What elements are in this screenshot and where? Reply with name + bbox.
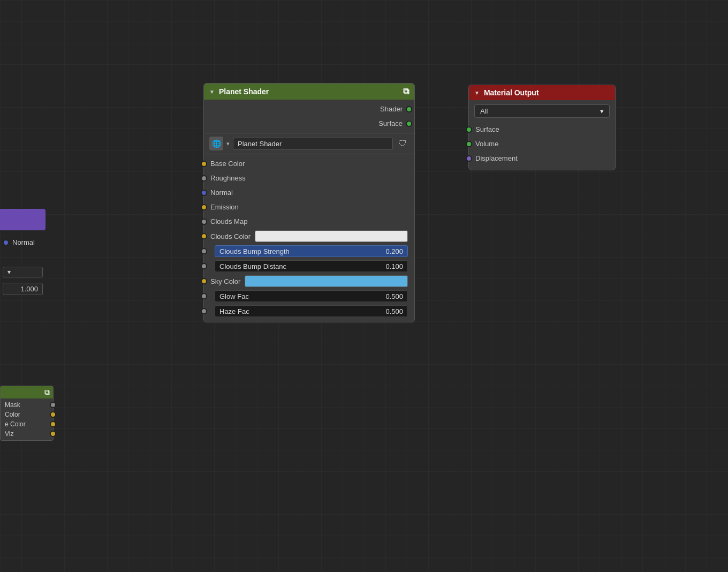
purple-block xyxy=(0,209,46,230)
mo-displacement-row: Displacement xyxy=(469,151,615,165)
normal-label: Normal xyxy=(12,238,35,246)
emission-row: Emission xyxy=(204,200,414,214)
bottom-node-header: ⧉ xyxy=(1,386,53,398)
clouds-bump-strength-label: Clouds Bump Strength xyxy=(219,247,290,255)
color-socket[interactable] xyxy=(50,411,56,418)
planet-shader-header: ▼ Planet Shader ⧉ xyxy=(204,84,414,100)
glow-fac-socket[interactable] xyxy=(201,293,207,299)
material-output-node: ▼ Material Output All ▾ Surface Volume D… xyxy=(468,85,616,170)
collapse-arrow[interactable]: ▼ xyxy=(209,89,215,95)
haze-fac-socket[interactable] xyxy=(201,308,207,314)
clouds-bump-distance-value: 0.100 xyxy=(385,262,403,270)
emission-socket[interactable] xyxy=(201,204,207,210)
sky-color-row: Sky Color xyxy=(204,274,414,289)
mo-dropdown-value: All xyxy=(480,107,488,115)
value-field-row[interactable]: 1.000 xyxy=(3,283,43,295)
sky-color-swatch[interactable] xyxy=(245,275,408,287)
base-color-row: Base Color xyxy=(204,156,414,171)
clouds-map-row: Clouds Map xyxy=(204,214,414,229)
mo-surface-socket[interactable] xyxy=(466,126,472,133)
planet-shader-node: ▼ Planet Shader ⧉ Shader Surface 🌐 ▾ 🛡 B… xyxy=(203,83,415,322)
mo-surface-label: Surface xyxy=(475,125,499,133)
clouds-bump-strength-value: 0.200 xyxy=(385,247,403,255)
surface-output-row: Surface xyxy=(209,116,409,131)
clouds-bump-distance-socket[interactable] xyxy=(201,263,207,269)
left-partial xyxy=(0,209,46,230)
dropdown-arrow: ▾ xyxy=(7,268,11,276)
value-field: 1.000 xyxy=(20,285,38,293)
emission-label: Emission xyxy=(210,203,239,211)
normal-input-label: Normal xyxy=(210,189,233,197)
glow-fac-field[interactable]: Glow Fac 0.500 xyxy=(215,290,408,302)
viz-label: Viz xyxy=(5,430,13,438)
surface-output-socket[interactable] xyxy=(406,121,412,127)
viz-row: Viz xyxy=(1,429,53,439)
clouds-bump-distance-field[interactable]: Clouds Bump Distanc 0.100 xyxy=(215,260,408,272)
clouds-color-swatch[interactable] xyxy=(255,230,408,242)
node-copy-icon[interactable]: ⧉ xyxy=(403,87,409,96)
mo-surface-row: Surface xyxy=(469,122,615,137)
material-output-header: ▼ Material Output xyxy=(469,85,615,100)
haze-fac-label: Haze Fac xyxy=(219,307,249,315)
glow-fac-row: Glow Fac 0.500 xyxy=(204,289,414,304)
e-color-socket[interactable] xyxy=(50,421,56,427)
roughness-socket[interactable] xyxy=(201,175,207,182)
group-dropdown[interactable]: ▾ xyxy=(226,140,230,147)
group-selector-row: 🌐 ▾ 🛡 xyxy=(204,133,414,154)
mo-displacement-socket[interactable] xyxy=(466,155,472,162)
clouds-bump-strength-field[interactable]: Clouds Bump Strength 0.200 xyxy=(215,245,408,257)
base-color-label: Base Color xyxy=(210,160,245,168)
clouds-bump-strength-socket[interactable] xyxy=(201,248,207,254)
clouds-map-socket[interactable] xyxy=(201,219,207,225)
bottom-left-node: ⧉ Mask Color e Color Viz xyxy=(0,386,54,441)
dropdown-row[interactable]: ▾ xyxy=(3,267,43,277)
glow-fac-label: Glow Fac xyxy=(219,292,249,300)
shield-icon[interactable]: 🛡 xyxy=(396,137,409,150)
mask-socket[interactable] xyxy=(50,402,56,408)
e-color-row: e Color xyxy=(1,419,53,429)
clouds-color-row: Clouds Color xyxy=(204,229,414,244)
color-label: Color xyxy=(5,411,20,418)
mo-volume-row: Volume xyxy=(469,137,615,151)
material-output-title: Material Output xyxy=(484,88,539,97)
glow-fac-value: 0.500 xyxy=(385,292,403,300)
mask-row: Mask xyxy=(1,400,53,410)
mask-label: Mask xyxy=(5,401,20,409)
surface-output-label: Surface xyxy=(378,119,403,127)
sky-color-label: Sky Color xyxy=(210,277,240,285)
group-icon[interactable]: 🌐 xyxy=(209,137,223,150)
haze-fac-row: Haze Fac 0.500 xyxy=(204,304,414,319)
mo-collapse-arrow[interactable]: ▼ xyxy=(474,90,480,96)
haze-fac-value: 0.500 xyxy=(385,307,403,315)
normal-socket[interactable] xyxy=(201,190,207,196)
bottom-node-icon: ⧉ xyxy=(44,388,50,397)
group-name-field[interactable] xyxy=(233,138,393,150)
planet-shader-title: Planet Shader xyxy=(219,87,269,96)
clouds-bump-strength-row: Clouds Bump Strength 0.200 xyxy=(204,244,414,259)
mo-dropdown[interactable]: All ▾ xyxy=(474,104,610,118)
shader-output-label: Shader xyxy=(380,105,403,113)
roughness-label: Roughness xyxy=(210,174,246,182)
shader-output-socket[interactable] xyxy=(406,106,412,112)
mo-displacement-label: Displacement xyxy=(475,154,518,162)
mo-volume-label: Volume xyxy=(475,140,498,148)
shader-output-row: Shader xyxy=(209,102,409,116)
normal-socket-dot xyxy=(3,239,9,246)
viz-socket[interactable] xyxy=(50,431,56,437)
normal-input-row: Normal xyxy=(204,185,414,200)
normal-socket-row: Normal xyxy=(3,238,35,246)
e-color-label: e Color xyxy=(5,420,26,428)
clouds-bump-distance-row: Clouds Bump Distanc 0.100 xyxy=(204,259,414,274)
clouds-bump-distance-label: Clouds Bump Distanc xyxy=(219,262,286,270)
mo-dropdown-arrow: ▾ xyxy=(600,107,604,115)
haze-fac-field[interactable]: Haze Fac 0.500 xyxy=(215,305,408,317)
color-row: Color xyxy=(1,410,53,419)
mo-volume-socket[interactable] xyxy=(466,141,472,147)
roughness-row: Roughness xyxy=(204,171,414,185)
clouds-map-label: Clouds Map xyxy=(210,217,247,225)
clouds-color-socket[interactable] xyxy=(201,233,207,239)
clouds-color-label: Clouds Color xyxy=(210,232,251,240)
sky-color-socket[interactable] xyxy=(201,278,207,284)
base-color-socket[interactable] xyxy=(201,161,207,167)
